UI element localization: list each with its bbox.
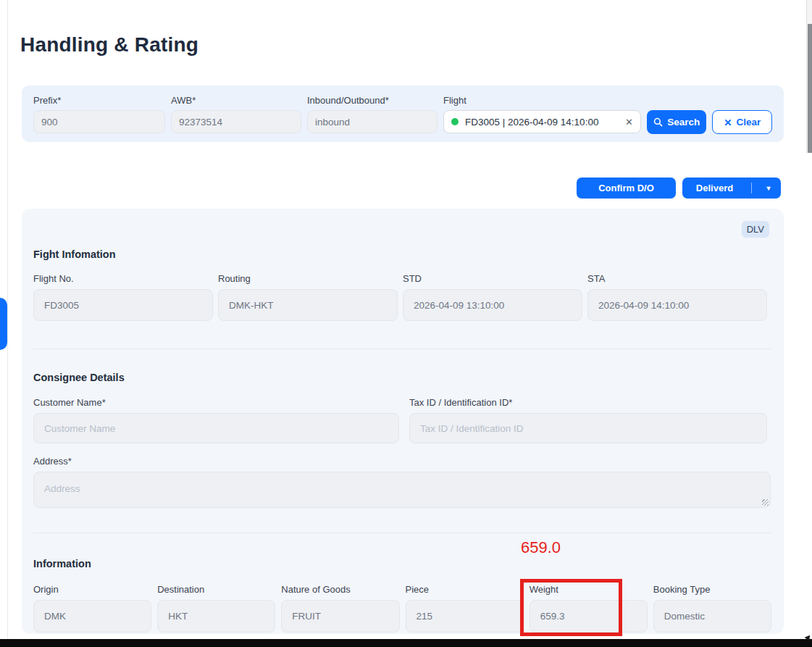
nature-of-goods-input[interactable] <box>281 600 399 633</box>
piece-input[interactable] <box>406 600 524 633</box>
flight-info-grid: Flight No. Routing STD STA <box>33 273 767 321</box>
deliverd-button-divider <box>751 183 752 193</box>
bottom-black-bar <box>0 639 812 647</box>
piece-field-group: Piece <box>406 584 524 633</box>
search-panel: Prefix* AWB* Inbound/Outbound* Flight FD… <box>22 85 784 142</box>
tax-id-input[interactable] <box>409 413 767 443</box>
flight-no-label: Flight No. <box>33 273 213 285</box>
vertical-scrollbar[interactable] <box>806 0 812 153</box>
sta-field-group: STA <box>587 273 767 321</box>
flight-select[interactable]: FD3005 | 2026-04-09 14:10:00 ✕ <box>443 110 641 133</box>
origin-field-group: Origin <box>33 584 151 633</box>
consignee-details-title: Consignee Details <box>33 372 125 383</box>
scrollbar-thumb[interactable] <box>808 24 812 153</box>
side-drawer-handle[interactable] <box>0 298 7 350</box>
awb-input[interactable] <box>171 110 301 133</box>
chevron-down-icon[interactable]: ▾ <box>756 184 781 192</box>
routing-label: Routing <box>218 273 398 285</box>
search-icon <box>653 117 663 127</box>
inbound-outbound-label: Inbound/Outbound* <box>307 95 438 107</box>
destination-label: Destination <box>157 584 275 596</box>
nature-of-goods-field-group: Nature of Goods <box>281 584 399 633</box>
page-left-border <box>7 0 8 647</box>
clear-button-label: Clear <box>737 117 761 128</box>
resize-grip-icon[interactable] <box>762 499 769 506</box>
search-button-label: Search <box>667 117 700 128</box>
confirm-do-button[interactable]: Confirm D/O <box>577 178 676 199</box>
weight-label: Weight <box>530 584 648 596</box>
actions-row: Confirm D/O Deliverd ▾ <box>577 178 781 199</box>
routing-input[interactable] <box>218 289 398 321</box>
page-title: Handling & Rating <box>20 33 198 57</box>
deliverd-label: Deliverd <box>682 183 747 193</box>
sta-label: STA <box>587 273 767 285</box>
information-title: Information <box>33 558 91 569</box>
inbound-outbound-field-group: Inbound/Outbound* <box>307 95 438 134</box>
confirm-do-label: Confirm D/O <box>598 183 654 193</box>
search-button[interactable]: Search <box>647 110 706 134</box>
consignee-grid: Customer Name* Tax ID / Identification I… <box>33 397 767 443</box>
section-divider <box>33 533 771 533</box>
prefix-input[interactable] <box>33 110 165 133</box>
routing-field-group: Routing <box>218 273 398 321</box>
clear-icon: ✕ <box>724 117 732 128</box>
flight-select-value: FD3005 | 2026-04-09 14:10:00 <box>465 117 619 128</box>
flight-no-field-group: Flight No. <box>33 273 213 321</box>
weight-annotation-text: 659.0 <box>521 538 561 557</box>
flight-field-group: Flight FD3005 | 2026-04-09 14:10:00 ✕ <box>443 95 641 134</box>
origin-label: Origin <box>33 584 151 596</box>
piece-label: Piece <box>406 584 524 596</box>
awb-detail-card: DLV Fight Infomation Flight No. Routing … <box>22 209 784 634</box>
deliverd-button[interactable]: Deliverd ▾ <box>682 178 781 199</box>
prefix-field-group: Prefix* <box>33 95 165 134</box>
address-label: Address* <box>33 456 771 467</box>
prefix-label: Prefix* <box>33 95 165 107</box>
booking-type-input[interactable] <box>653 600 771 633</box>
handling-rating-page: Handling & Rating Prefix* AWB* Inbound/O… <box>0 0 812 647</box>
sta-input[interactable] <box>587 289 767 321</box>
awb-field-group: AWB* <box>171 95 301 134</box>
address-textarea[interactable] <box>33 472 771 508</box>
customer-name-field-group: Customer Name* <box>33 397 399 443</box>
destination-input[interactable] <box>157 600 275 633</box>
origin-input[interactable] <box>33 600 151 633</box>
tax-id-label: Tax ID / Identification ID* <box>409 397 767 409</box>
std-input[interactable] <box>403 289 582 321</box>
tax-id-field-group: Tax ID / Identification ID* <box>409 397 767 443</box>
information-grid: Origin Destination Nature of Goods Piece… <box>33 584 771 633</box>
destination-field-group: Destination <box>157 584 275 633</box>
customer-name-input[interactable] <box>33 413 399 443</box>
status-badge: DLV <box>742 221 769 238</box>
std-field-group: STD <box>403 273 582 321</box>
flight-status-dot-icon <box>451 118 459 125</box>
flight-no-input[interactable] <box>33 289 213 321</box>
booking-type-field-group: Booking Type <box>653 584 771 633</box>
awb-label: AWB* <box>171 95 301 107</box>
section-divider <box>33 348 771 349</box>
booking-type-label: Booking Type <box>653 584 771 596</box>
customer-name-label: Customer Name* <box>33 397 399 409</box>
flight-label: Flight <box>443 95 641 107</box>
weight-input[interactable] <box>530 600 648 633</box>
flight-clear-icon[interactable]: ✕ <box>625 117 633 127</box>
weight-field-group: Weight <box>530 584 648 633</box>
std-label: STD <box>403 273 582 285</box>
clear-button[interactable]: ✕ Clear <box>712 110 772 134</box>
address-field-group: Address* <box>33 456 771 508</box>
flight-information-title: Fight Infomation <box>33 249 116 260</box>
inbound-outbound-input[interactable] <box>307 110 438 133</box>
nature-of-goods-label: Nature of Goods <box>281 584 399 596</box>
